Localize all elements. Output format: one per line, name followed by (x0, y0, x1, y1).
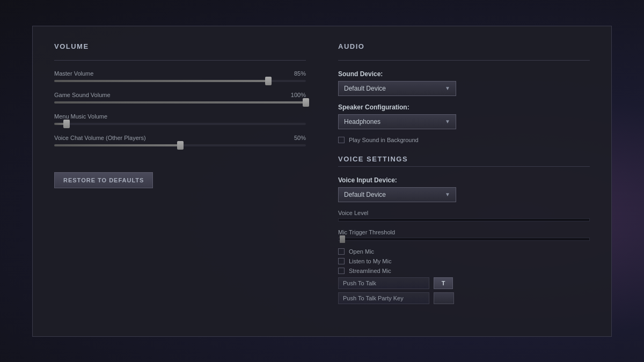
speaker-config-dropdown[interactable]: Headphones ▼ (338, 114, 456, 129)
sound-device-arrow-icon: ▼ (445, 85, 450, 91)
open-mic-label: Open Mic (349, 248, 374, 255)
game-sound-volume-group: Game Sound Volume 100% (54, 92, 306, 104)
listen-to-my-mic-checkbox[interactable] (338, 258, 345, 264)
push-to-talk-party-row: Push To Talk Party Key (338, 292, 590, 304)
master-volume-track[interactable] (54, 80, 306, 82)
game-sound-thumb[interactable] (303, 98, 309, 107)
play-sound-background-label: Play Sound in Background (349, 137, 419, 143)
sound-device-dropdown[interactable]: Default Device ▼ (338, 81, 456, 96)
voice-chat-track[interactable] (54, 144, 306, 146)
master-volume-thumb[interactable] (265, 77, 272, 85)
game-sound-track[interactable] (54, 101, 306, 104)
listen-to-my-mic-row: Listen to My Mic (338, 258, 590, 264)
push-to-talk-key[interactable]: T (434, 277, 453, 289)
menu-music-volume-group: Menu Music Volume (54, 113, 306, 125)
voice-chat-thumb[interactable] (177, 141, 184, 150)
sound-device-value: Default Device (344, 85, 386, 92)
audio-voice-column: AUDIO Sound Device: Default Device ▼ Spe… (338, 42, 590, 320)
master-volume-group: Master Volume 85% (54, 70, 306, 82)
mic-threshold-thumb[interactable] (340, 235, 345, 243)
volume-column: VOLUME Master Volume 85% Game Sound Volu… (54, 42, 306, 320)
volume-divider (54, 60, 306, 61)
voice-input-device-value: Default Device (344, 191, 386, 198)
voice-settings-title: VOICE SETTINGS (338, 155, 590, 163)
game-sound-fill (54, 101, 306, 104)
push-to-talk-party-label: Push To Talk Party Key (338, 292, 429, 304)
voice-level-label: Voice Level (338, 210, 590, 216)
speaker-config-label: Speaker Configuration: (338, 104, 590, 111)
listen-to-my-mic-label: Listen to My Mic (349, 258, 391, 264)
mic-threshold-track[interactable] (338, 238, 590, 241)
voice-chat-fill (54, 144, 180, 146)
play-sound-background-row: Play Sound in Background (338, 137, 590, 143)
master-volume-value: 85% (294, 70, 306, 77)
push-to-talk-party-key[interactable] (434, 292, 454, 304)
menu-music-label: Menu Music Volume (54, 113, 107, 120)
audio-divider (338, 60, 590, 61)
mic-trigger-label: Mic Trigger Threshold (338, 229, 590, 235)
speaker-config-value: Headphones (344, 118, 380, 125)
streamlined-mic-checkbox[interactable] (338, 268, 345, 274)
voice-chat-volume-group: Voice Chat Volume (Other Players) 50% (54, 135, 306, 146)
streamlined-mic-label: Streamlined Mic (349, 268, 391, 274)
streamlined-mic-row: Streamlined Mic (338, 268, 590, 274)
master-volume-label: Master Volume (54, 70, 93, 77)
voice-divider (338, 166, 590, 167)
game-sound-value: 100% (291, 92, 306, 98)
volume-title: VOLUME (54, 42, 306, 50)
sound-device-label: Sound Device: (338, 70, 590, 78)
game-sound-label: Game Sound Volume (54, 92, 111, 98)
open-mic-row: Open Mic (338, 248, 590, 255)
play-sound-background-checkbox[interactable] (338, 137, 345, 143)
restore-defaults-button[interactable]: RESTORE TO DEFAULTS (54, 172, 153, 188)
open-mic-checkbox[interactable] (338, 248, 345, 255)
menu-music-thumb[interactable] (63, 120, 70, 128)
push-to-talk-label: Push To Talk (338, 277, 429, 289)
voice-input-arrow-icon: ▼ (445, 191, 450, 197)
master-volume-fill (54, 80, 268, 82)
menu-music-track[interactable] (54, 123, 306, 125)
voice-chat-label: Voice Chat Volume (Other Players) (54, 135, 146, 141)
voice-input-device-label: Voice Input Device: (338, 176, 590, 184)
voice-chat-value: 50% (294, 135, 306, 141)
speaker-config-arrow-icon: ▼ (445, 119, 450, 124)
settings-panel: VOLUME Master Volume 85% Game Sound Volu… (32, 26, 612, 337)
audio-title: AUDIO (338, 42, 590, 50)
push-to-talk-row: Push To Talk T (338, 277, 590, 289)
voice-input-device-dropdown[interactable]: Default Device ▼ (338, 187, 456, 202)
voice-level-bar (338, 218, 590, 221)
